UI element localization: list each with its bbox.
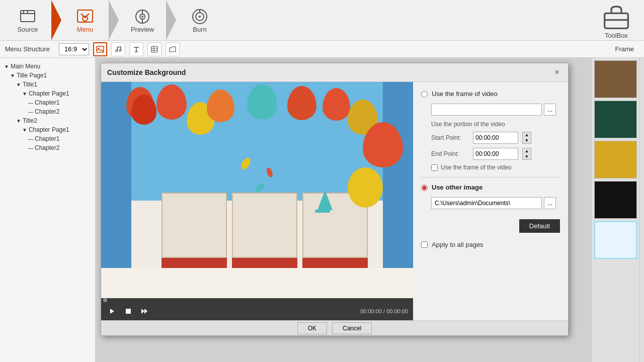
use-frame-label[interactable]: Use the frame of video <box>432 90 498 98</box>
swatch-yellow[interactable] <box>594 141 637 178</box>
use-frame-checkbox[interactable] <box>431 164 438 171</box>
apply-all-checkbox[interactable] <box>421 241 428 248</box>
option-other-image-row: Use other image <box>421 184 560 191</box>
customize-background-dialog: Customize Background × <box>101 63 569 336</box>
toolbar-menu-label: Menu <box>77 26 94 33</box>
use-other-image-label[interactable]: Use other image <box>432 184 482 191</box>
tree-leaf-icon: — <box>28 109 33 115</box>
tree-label: Title1 <box>23 81 37 88</box>
options-panel: Use the frame of video ... Use the porti… <box>413 82 568 320</box>
tree-expand-icon: ▼ <box>16 82 21 87</box>
modal-close-button[interactable]: × <box>552 67 562 77</box>
aspect-ratio-select[interactable]: 16:9 4:3 <box>59 43 89 55</box>
image-browse-btn[interactable]: ... <box>544 197 556 209</box>
bg-folder-icon-btn[interactable] <box>166 42 180 56</box>
bg-music-icon-btn[interactable] <box>111 42 125 56</box>
svg-marker-25 <box>110 309 114 314</box>
tree-leaf-icon: — <box>28 136 33 142</box>
right-scrollbar[interactable] <box>639 58 644 362</box>
timeline-indicator <box>103 298 107 302</box>
spin-down-btn2[interactable]: ▼ <box>523 154 531 159</box>
modal-title: Customize Background <box>107 68 186 76</box>
spin-up-btn2[interactable]: ▲ <box>523 148 531 154</box>
skip-button[interactable] <box>138 305 150 317</box>
radio-use-image[interactable] <box>421 185 428 191</box>
svg-rect-21 <box>151 46 157 52</box>
tree-chapter1-t2[interactable]: — Chapter1 <box>4 134 91 143</box>
tree-expand-icon: ▼ <box>22 127 27 133</box>
tree-chapter1-t1[interactable]: — Chapter1 <box>4 98 91 107</box>
tree-main-menu[interactable]: ▼ Main Menu <box>4 62 91 71</box>
tree-label: Title Page1 <box>17 72 47 79</box>
tree-expand-icon: ▼ <box>10 73 15 78</box>
tree-label: Chapter Page1 <box>29 90 69 97</box>
tree-chapter2-t1[interactable]: — Chapter2 <box>4 107 91 116</box>
tree-chapter-page1-t1[interactable]: ▼ Chapter Page1 <box>4 89 91 98</box>
svg-point-8 <box>141 16 143 18</box>
default-button[interactable]: Default <box>519 219 560 233</box>
swatch-brown[interactable] <box>594 60 637 98</box>
frame-video-browse-btn[interactable]: ... <box>544 104 556 116</box>
start-point-input[interactable] <box>473 132 518 144</box>
frame-video-path-input[interactable] <box>431 104 542 116</box>
end-point-input[interactable] <box>473 148 518 160</box>
tree-expand-icon: ▼ <box>4 64 9 69</box>
video-panel: 00:00:00 / 00:00:00 <box>101 82 413 320</box>
apply-all-label[interactable]: Apply to all pages <box>432 241 484 248</box>
tree-chapter-page1-t2[interactable]: ▼ Chapter Page1 <box>4 125 91 134</box>
cancel-button[interactable]: Cancel <box>332 322 372 334</box>
time-display: 00:00:00 / 00:00:00 <box>360 308 408 314</box>
end-point-spinner[interactable]: ▲ ▼ <box>522 148 531 160</box>
play-button[interactable] <box>106 305 118 317</box>
swatch-light-blue[interactable] <box>594 221 637 259</box>
radio-use-frame[interactable] <box>421 91 428 98</box>
block-side-3 <box>302 258 368 268</box>
party-hat <box>317 190 333 210</box>
bg-text-icon-btn[interactable] <box>129 42 143 56</box>
tree-title-page1[interactable]: ▼ Title Page1 <box>4 71 91 80</box>
svg-marker-27 <box>141 309 144 314</box>
stop-button[interactable] <box>122 305 134 317</box>
end-point-label: End Point: <box>431 150 469 157</box>
start-point-spinner[interactable]: ▲ ▼ <box>522 132 531 144</box>
toolbar-source[interactable]: Source <box>5 2 50 39</box>
menu-structure-label: Menu Structure <box>5 45 50 53</box>
apply-all-row: Apply to all pages <box>421 241 560 248</box>
spin-down-btn[interactable]: ▼ <box>523 138 531 143</box>
toolbar-arrow-3 <box>166 0 176 40</box>
use-portion-label: Use the portion of the video <box>421 121 560 128</box>
toolbar-menu[interactable]: Menu <box>62 2 108 39</box>
spin-up-btn[interactable]: ▲ <box>523 132 531 138</box>
swatch-dark-teal[interactable] <box>594 101 637 138</box>
bg-table-icon-btn[interactable] <box>147 42 162 56</box>
video-floor <box>101 268 413 298</box>
stage-block-1 <box>162 193 227 258</box>
toolbar-preview-label: Preview <box>131 26 154 33</box>
video-wall-left <box>101 82 131 298</box>
svg-marker-28 <box>144 309 147 314</box>
video-controls: 00:00:00 / 00:00:00 <box>101 302 413 320</box>
toolbar-preview[interactable]: Preview <box>120 2 165 39</box>
toolbar-arrow-2 <box>109 0 119 40</box>
video-timeline[interactable] <box>101 298 413 302</box>
toolbar-burn[interactable]: Burn <box>177 2 222 39</box>
ok-button[interactable]: OK <box>297 322 327 334</box>
tree-title2[interactable]: ▼ Title2 <box>4 116 91 125</box>
tree-chapter2-t2[interactable]: — Chapter2 <box>4 143 91 152</box>
end-point-row: End Point: ▲ ▼ <box>421 148 560 160</box>
right-sidebar-swatches <box>591 58 639 362</box>
bg-image-icon-btn[interactable] <box>93 42 107 56</box>
modal-body: 00:00:00 / 00:00:00 Use the frame of vid… <box>101 82 568 320</box>
top-toolbar: Source Menu Preview Bur <box>0 0 644 41</box>
block-side-1 <box>162 258 227 268</box>
toolbar-toolbox[interactable]: ToolBox <box>594 2 639 39</box>
toolbar-right: ToolBox <box>594 2 639 39</box>
video-preview <box>101 82 413 298</box>
svg-rect-26 <box>126 309 131 314</box>
swatch-black[interactable] <box>594 181 637 219</box>
tree-title1[interactable]: ▼ Title1 <box>4 80 91 89</box>
secondary-toolbar: Menu Structure 16:9 4:3 <box>0 41 644 58</box>
use-frame-of-video-label[interactable]: Use the frame of the video <box>441 164 512 171</box>
image-path-input[interactable] <box>431 197 542 209</box>
frame-label: Frame <box>615 45 639 53</box>
